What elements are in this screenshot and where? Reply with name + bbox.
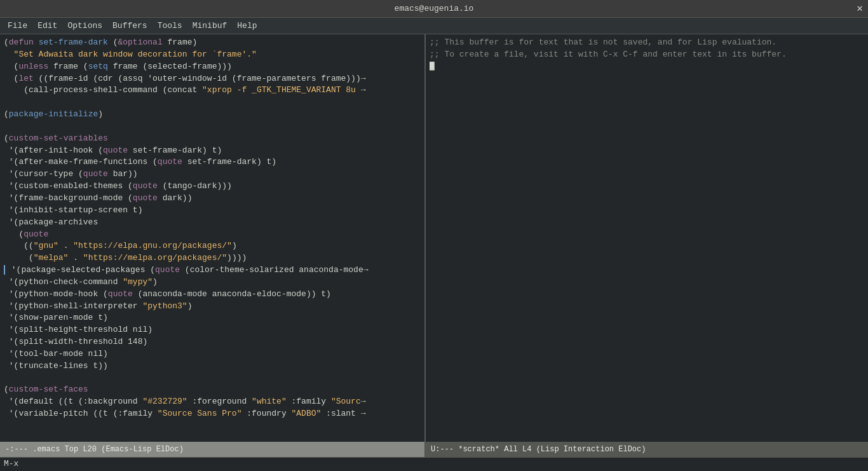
right-mode-line-text: U:--- *scratch* All L4 (Lisp Interaction… bbox=[431, 445, 646, 454]
title-bar: emacs@eugenia.io ✕ bbox=[0, 0, 868, 18]
emacs-buffer[interactable]: (defun set-frame-dark (&optional frame) … bbox=[0, 34, 424, 442]
left-pane[interactable]: (defun set-frame-dark (&optional frame) … bbox=[0, 34, 426, 457]
menu-edit[interactable]: Edit bbox=[32, 20, 62, 32]
window-title: emacs@eugenia.io bbox=[395, 4, 474, 13]
menu-bar: File Edit Options Buffers Tools Minibuf … bbox=[0, 18, 868, 34]
close-button[interactable]: ✕ bbox=[857, 4, 863, 14]
menu-buffers[interactable]: Buffers bbox=[107, 20, 153, 32]
menu-help[interactable]: Help bbox=[232, 20, 262, 32]
menu-minibuf[interactable]: Minibuf bbox=[187, 20, 233, 32]
main-content: (defun set-frame-dark (&optional frame) … bbox=[0, 34, 868, 457]
minibuffer-text: M-x bbox=[4, 459, 18, 468]
menu-tools[interactable]: Tools bbox=[153, 20, 187, 32]
scratch-buffer[interactable]: ;; This buffer is for text that is not s… bbox=[426, 34, 868, 442]
right-mode-line: U:--- *scratch* All L4 (Lisp Interaction… bbox=[426, 442, 868, 457]
menu-options[interactable]: Options bbox=[62, 20, 107, 32]
menu-file[interactable]: File bbox=[3, 20, 32, 32]
left-mode-line: -:--- .emacs Top L20 (Emacs-Lisp ElDoc) bbox=[0, 442, 424, 457]
minibuffer[interactable]: M-x bbox=[0, 457, 868, 471]
right-pane[interactable]: ;; This buffer is for text that is not s… bbox=[426, 34, 868, 457]
left-mode-line-text: -:--- .emacs Top L20 (Emacs-Lisp ElDoc) bbox=[5, 445, 184, 454]
